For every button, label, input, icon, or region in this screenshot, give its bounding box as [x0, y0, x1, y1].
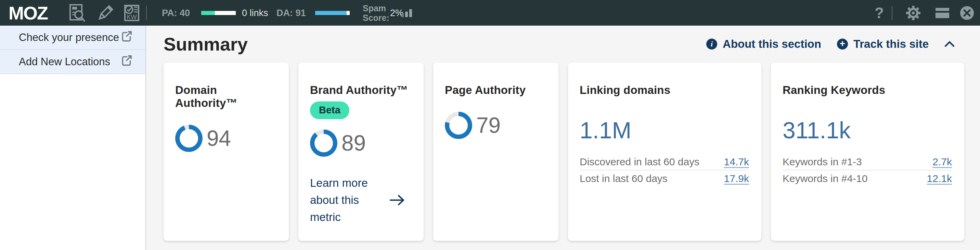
pencil-icon[interactable] — [96, 3, 115, 22]
spam-bars-icon — [401, 9, 412, 17]
card-title: Linking domains — [580, 84, 749, 97]
keywords-4-10-link[interactable]: 12.1k — [927, 173, 952, 184]
row-label: Discovered in last 60 days — [580, 156, 699, 168]
card-title: Domain Authority™ — [175, 84, 277, 110]
info-icon: i — [706, 39, 717, 49]
domain-authority-score: 94 — [207, 127, 231, 149]
sidebar-item-add-locations[interactable]: Add New Locations — [0, 50, 145, 74]
card-linking-domains: Linking domains 1.1M Discovered in last … — [568, 62, 761, 241]
linking-domains-total: 1.1M — [580, 119, 749, 142]
toolbar-divider — [146, 6, 147, 20]
page-title: Summary — [164, 33, 248, 55]
domain-authority-gauge — [175, 125, 202, 152]
toolbar-divider — [892, 6, 892, 20]
card-page-authority: Page Authority 79 — [433, 62, 558, 241]
brand-authority-score: 89 — [342, 132, 366, 154]
table-row: Keywords in #1-3 2.7k — [783, 154, 952, 171]
row-label: Keywords in #1-3 — [783, 156, 862, 168]
beta-badge: Beta — [310, 101, 349, 119]
gear-icon[interactable] — [905, 5, 921, 21]
page-authority-score: 79 — [476, 114, 501, 136]
ranking-keywords-total: 311.1k — [783, 119, 952, 142]
links-count-label: 0 links — [242, 8, 268, 18]
metric-cards: Domain Authority™ 94 Brand Authority™ Be… — [164, 62, 968, 241]
sidebar: Check your presence Add New Locations — [0, 25, 146, 250]
page-authority-gauge — [445, 112, 472, 139]
moz-logo: MOZ — [8, 2, 48, 24]
sidebar-item-label: Add New Locations — [19, 56, 110, 68]
lost-link[interactable]: 17.9k — [724, 173, 749, 184]
keyword-analysis-icon[interactable]: KW — [123, 3, 140, 22]
plus-icon: + — [837, 39, 848, 49]
spam-score-label: Spam Score: — [363, 3, 390, 22]
chevron-up-icon[interactable] — [944, 41, 955, 47]
sidebar-item-check-presence[interactable]: Check your presence — [0, 25, 145, 50]
card-brand-authority: Brand Authority™ Beta 89 Learn more abou… — [298, 62, 424, 241]
card-icon[interactable] — [935, 8, 949, 18]
row-label: Lost in last 60 days — [580, 173, 668, 184]
table-row: Lost in last 60 days 17.9k — [580, 171, 749, 187]
table-row: Discovered in last 60 days 14.7k — [580, 154, 749, 171]
arrow-right-icon — [390, 194, 405, 206]
card-title: Brand Authority™ — [310, 84, 411, 97]
svg-text:KW: KW — [127, 14, 137, 21]
summary-section: Summary i About this section + Track thi… — [147, 25, 980, 250]
row-label: Keywords in #4-10 — [783, 173, 867, 184]
sidebar-item-label: Check your presence — [19, 32, 119, 44]
da-score-label: DA: 91 — [277, 8, 306, 18]
mozbar-toolbar: MOZ KW PA: 40 0 links DA: — [0, 0, 980, 25]
learn-more-link[interactable]: Learn more about this metric — [310, 174, 411, 226]
card-title: Ranking Keywords — [783, 84, 952, 97]
close-icon[interactable] — [960, 6, 974, 20]
card-ranking-keywords: Ranking Keywords 311.1k Keywords in #1-3… — [771, 62, 964, 241]
da-progress-bar — [315, 11, 350, 15]
pa-score-label: PA: 40 — [162, 8, 190, 18]
track-this-site-link[interactable]: + Track this site — [837, 38, 929, 51]
card-domain-authority: Domain Authority™ 94 — [164, 62, 289, 241]
about-this-section-link[interactable]: i About this section — [706, 38, 821, 51]
section-header: Summary i About this section + Track thi… — [164, 25, 968, 62]
discovered-link[interactable]: 14.7k — [724, 156, 749, 168]
pa-progress-bar — [201, 11, 236, 15]
brand-authority-gauge — [310, 130, 337, 157]
table-row: Keywords in #4-10 12.1k — [783, 171, 952, 187]
external-link-icon — [121, 54, 133, 69]
page-analysis-icon[interactable] — [68, 3, 86, 22]
card-title: Page Authority — [445, 84, 546, 97]
help-icon[interactable]: ? — [875, 5, 884, 22]
external-link-icon — [121, 30, 133, 45]
keywords-1-3-link[interactable]: 2.7k — [932, 156, 952, 168]
